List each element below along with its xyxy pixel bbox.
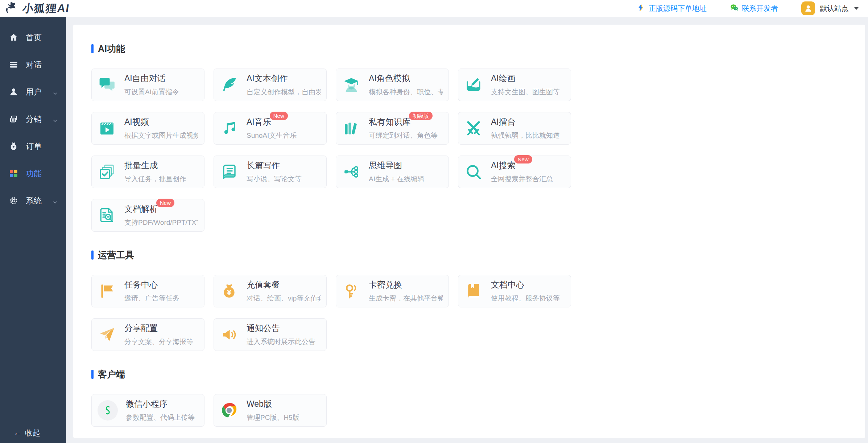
- feature-card[interactable]: 分享配置分享文案、分享海报等: [91, 318, 204, 351]
- card-text: AI角色模拟模拟各种身份、职位、专家: [369, 73, 443, 97]
- buy-source-link[interactable]: 正版源码下单地址: [637, 3, 707, 14]
- site-switcher[interactable]: 默认站点: [801, 1, 859, 15]
- card-subtitle: 支持PDF/Word/PPT/TXT等: [124, 218, 198, 227]
- sidebar-item-label: 功能: [26, 168, 42, 179]
- feature-card[interactable]: 私有知识库初级版可绑定到对话、角色等: [336, 112, 449, 145]
- feature-card[interactable]: AI角色模拟模拟各种身份、职位、专家: [336, 69, 449, 101]
- feature-card[interactable]: 文档中心使用教程、服务协议等: [458, 275, 571, 307]
- sidebar-item-label: 系统: [26, 195, 42, 206]
- feature-card[interactable]: 长篇写作写小说、写论文等: [214, 156, 327, 188]
- topbar-right: 正版源码下单地址联系开发者 默认站点: [637, 1, 859, 15]
- section-title: 运营工具: [98, 249, 134, 261]
- chevron-down-icon: [52, 89, 58, 95]
- sidebar-item-首页[interactable]: 首页: [0, 24, 66, 51]
- sidebar-item-label: 订单: [26, 141, 42, 152]
- card-title: AI自由对话: [124, 73, 166, 84]
- section: 运营工具任务中心邀请、广告等任务¥充值套餐对话、绘画、vip等充值套餐卡密兑换生…: [91, 249, 847, 351]
- card-text: AI视频根据文字或图片生成视频: [124, 116, 198, 140]
- feature-card[interactable]: 思维导图AI生成 + 在线编辑: [336, 156, 449, 188]
- card-title: 思维导图: [369, 160, 402, 171]
- feature-card[interactable]: Web版管理PC版、H5版: [214, 394, 327, 427]
- feature-card[interactable]: 文档解析New支持PDF/Word/PPT/TXT等: [91, 199, 204, 232]
- section-header: 运营工具: [91, 249, 847, 261]
- version-badge: 初级版: [409, 112, 433, 120]
- graduate-icon: [342, 75, 361, 94]
- music-icon: [220, 119, 239, 138]
- card-title-row: 充值套餐: [247, 279, 321, 290]
- card-title: AI视频: [124, 116, 149, 128]
- doc-parse-icon: [98, 206, 116, 225]
- card-title-row: 思维导图: [369, 160, 425, 171]
- card-grid: AI自由对话可设置AI前置指令AI文本创作自定义创作模型，自由发挥AI角色模拟模…: [91, 69, 847, 232]
- card-subtitle: 使用教程、服务协议等: [491, 294, 560, 303]
- card-grid: 任务中心邀请、广告等任务¥充值套餐对话、绘画、vip等充值套餐卡密兑换生成卡密，…: [91, 275, 847, 351]
- card-title-row: 任务中心: [124, 279, 179, 290]
- card-text: AI绘画支持文生图、图生图等: [491, 73, 560, 97]
- card-title-row: AI文本创作: [247, 73, 321, 84]
- paint-icon: [464, 75, 483, 94]
- feature-card[interactable]: AI搜索New全网搜索并整合汇总: [458, 156, 571, 188]
- card-title-row: Web版: [247, 398, 299, 410]
- sidebar-item-系统[interactable]: 系统: [0, 187, 66, 214]
- card-subtitle: 孰强孰弱，比比就知道: [491, 131, 560, 140]
- card-title: AI音乐: [247, 116, 271, 128]
- card-text: AI音乐NewSunoAI文生音乐: [247, 116, 297, 140]
- card-title: AI绘画: [491, 73, 516, 84]
- feature-card[interactable]: AI擂台孰强孰弱，比比就知道: [458, 112, 571, 145]
- sidebar-collapse-button[interactable]: ← 收起: [14, 428, 40, 438]
- avatar: [801, 1, 815, 15]
- card-subtitle: 进入系统时展示此公告: [247, 337, 315, 347]
- top-link-label: 联系开发者: [742, 4, 778, 13]
- card-text: 通知公告进入系统时展示此公告: [247, 323, 315, 347]
- card-title-row: 分享配置: [124, 323, 193, 334]
- section: 客户端微信小程序参数配置、代码上传等Web版管理PC版、H5版: [91, 368, 847, 427]
- sidebar-item-订单[interactable]: 订单: [0, 133, 66, 160]
- feature-card[interactable]: AI自由对话可设置AI前置指令: [91, 69, 204, 101]
- feature-card[interactable]: 卡密兑换生成卡密，在其他平台销售: [336, 275, 449, 307]
- flag-icon: [98, 282, 116, 301]
- section-title: 客户端: [98, 368, 125, 380]
- chrome-icon: [220, 401, 239, 420]
- sidebar-item-用户[interactable]: 用户: [0, 78, 66, 105]
- feature-card[interactable]: 微信小程序参数配置、代码上传等: [91, 394, 204, 427]
- card-subtitle: 根据文字或图片生成视频: [124, 131, 198, 140]
- sidebar-item-分销[interactable]: 分销: [0, 105, 66, 133]
- card-text: AI搜索New全网搜索并整合汇总: [491, 160, 553, 184]
- card-subtitle: 生成卡密，在其他平台销售: [369, 294, 443, 303]
- card-title: Web版: [247, 398, 272, 410]
- card-text: 任务中心邀请、广告等任务: [124, 279, 179, 303]
- feature-card[interactable]: 批量生成导入任务，批量创作: [91, 156, 204, 188]
- chat-bubbles-icon: [98, 75, 116, 94]
- card-text: 充值套餐对话、绘画、vip等充值套餐: [247, 279, 321, 303]
- feature-card[interactable]: AI视频根据文字或图片生成视频: [91, 112, 204, 145]
- feature-card[interactable]: AI文本创作自定义创作模型，自由发挥: [214, 69, 327, 101]
- contact-developer-link[interactable]: 联系开发者: [730, 3, 778, 14]
- batch-icon: [98, 162, 116, 181]
- feature-card[interactable]: ¥充值套餐对话、绘画、vip等充值套餐: [214, 275, 327, 307]
- feature-card[interactable]: 通知公告进入系统时展示此公告: [214, 318, 327, 351]
- sidebar-item-对话[interactable]: 对话: [0, 51, 66, 78]
- writing-icon: [220, 162, 239, 181]
- card-title-row: 微信小程序: [126, 398, 195, 410]
- card-subtitle: 全网搜索并整合汇总: [491, 174, 553, 184]
- new-badge: New: [514, 155, 532, 163]
- card-title: 充值套餐: [247, 279, 280, 290]
- new-badge: New: [156, 199, 174, 207]
- feather-icon: [220, 75, 239, 94]
- card-title-row: 通知公告: [247, 323, 315, 334]
- feature-card[interactable]: AI音乐NewSunoAI文生音乐: [214, 112, 327, 145]
- card-text: Web版管理PC版、H5版: [247, 398, 299, 422]
- swords-icon: [464, 119, 483, 138]
- app-name: 小狐狸AI: [21, 1, 71, 16]
- card-title-row: AI搜索New: [491, 160, 553, 171]
- feature-card[interactable]: 任务中心邀请、广告等任务: [91, 275, 204, 307]
- card-title: AI角色模拟: [369, 73, 410, 84]
- sidebar-item-功能[interactable]: 功能: [0, 160, 66, 187]
- card-text: AI文本创作自定义创作模型，自由发挥: [247, 73, 321, 97]
- card-title-row: AI音乐New: [247, 116, 297, 128]
- gear-icon: [9, 196, 18, 206]
- card-title: 文档解析: [124, 203, 158, 215]
- feature-card[interactable]: AI绘画支持文生图、图生图等: [458, 69, 571, 101]
- search-icon: [464, 162, 483, 181]
- share-plane-icon: [98, 325, 116, 344]
